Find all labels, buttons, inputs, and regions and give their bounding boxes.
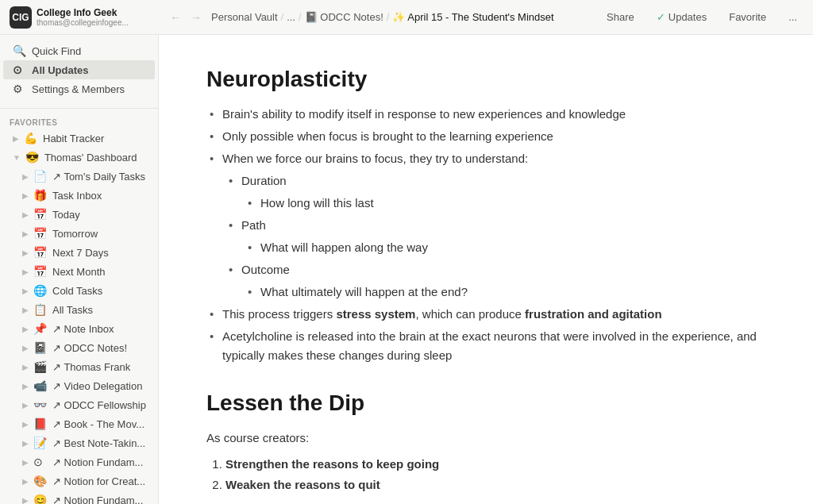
sidebar-item-next-7-days[interactable]: ▶ 📅 Next 7 Days	[3, 243, 155, 262]
daily-tasks-icon: 📄	[33, 170, 48, 183]
app-title: College Info Geek	[37, 7, 129, 18]
sidebar-item-cold-tasks[interactable]: ▶ 🌐 Cold Tasks	[3, 281, 155, 300]
chevron-icon: ▶	[22, 306, 29, 314]
breadcrumb: Personal Vault / ... / 📓 ODCC Notes! / ✨…	[211, 11, 554, 23]
sidebar-item-task-inbox[interactable]: ▶ 🎁 Task Inbox	[3, 186, 155, 205]
sidebar-item-all-updates[interactable]: ⊙ All Updates	[3, 60, 155, 79]
topbar: CIG College Info Geek thomas@collegeinfo…	[0, 0, 813, 35]
more-button[interactable]: ...	[782, 8, 803, 26]
forward-button[interactable]: →	[187, 10, 205, 25]
favorite-button[interactable]: Favorite	[722, 8, 773, 26]
main-layout: 🔍 Quick Find ⊙ All Updates ⚙ Settings & …	[0, 35, 813, 504]
breadcrumb-ellipsis[interactable]: ...	[287, 11, 295, 23]
bullet-item: Brain's ability to modify itself in resp…	[206, 105, 765, 124]
today-icon: 📅	[33, 208, 48, 221]
breadcrumb-current: ✨ April 15 - The Student's Mindset	[392, 11, 553, 23]
bullet-item: When we force our brains to focus, they …	[206, 149, 765, 168]
sidebar-item-best-note-taking[interactable]: ▶ 📝 ↗ Best Note-Takin...	[3, 433, 155, 452]
list-item-strengthen: Strengthen the reasons to keep going	[225, 454, 765, 475]
cold-tasks-icon: 🌐	[33, 284, 48, 297]
neuroplasticity-bullets: Brain's ability to modify itself in resp…	[206, 105, 765, 365]
heading-lessen-dip: Lessen the Dip	[206, 391, 765, 416]
chevron-icon: ▶	[22, 287, 29, 295]
next-7-days-icon: 📅	[33, 246, 48, 259]
chevron-icon: ▶	[22, 267, 29, 276]
chevron-icon: ▶	[22, 363, 29, 371]
section2-ordered-list: Strengthen the reasons to keep going Wea…	[206, 454, 765, 494]
bullet-item: Only possible when focus is brought to t…	[206, 127, 765, 146]
bullet-item-how-long: How long will this last	[245, 194, 765, 213]
notion-creators-icon: 🎨	[33, 475, 48, 487]
logo-icon: CIG	[10, 6, 32, 29]
chevron-icon: ▶	[22, 191, 29, 200]
search-icon: 🔍	[13, 44, 27, 57]
updates-icon: ⊙	[13, 63, 27, 76]
topbar-actions: Share ✓ Updates Favorite ...	[600, 8, 803, 26]
chevron-icon: ▶	[13, 134, 19, 143]
sidebar-item-quick-find[interactable]: 🔍 Quick Find	[3, 41, 155, 60]
page-content: Neuroplasticity Brain's ability to modif…	[159, 35, 813, 504]
chevron-icon: ▶	[22, 172, 29, 181]
sidebar-item-notion-fundamentals-2[interactable]: ▶ 😊 ↗ Notion Fundam...	[3, 491, 155, 504]
dashboard-icon: 😎	[25, 151, 40, 164]
note-taking-icon: 📝	[33, 437, 48, 449]
bullet-item-duration: Duration	[225, 171, 765, 190]
tomorrow-icon: 📅	[33, 227, 48, 240]
sidebar-item-toms-daily-tasks[interactable]: ▶ 📄 ↗ Tom's Daily Tasks	[3, 167, 155, 186]
app-logo: CIG College Info Geek thomas@collegeinfo…	[10, 6, 160, 29]
chevron-icon: ▶	[22, 248, 29, 257]
note-inbox-icon: 📌	[33, 322, 48, 335]
favorites-label: FAVORITES	[0, 112, 158, 129]
next-month-icon: 📅	[33, 265, 48, 278]
chevron-icon: ▶	[22, 325, 29, 333]
sidebar-item-odcc-fellowship[interactable]: ▶ 👓 ↗ ODCC Fellowship	[3, 395, 155, 414]
breadcrumb-odcc[interactable]: 📓 ODCC Notes!	[305, 11, 383, 23]
sidebar-top-section: 🔍 Quick Find ⊙ All Updates ⚙ Settings & …	[0, 35, 158, 105]
chevron-icon: ▶	[22, 496, 29, 505]
check-icon: ✓	[657, 11, 665, 23]
all-tasks-icon: 📋	[33, 303, 48, 316]
sidebar-item-next-month[interactable]: ▶ 📅 Next Month	[3, 262, 155, 281]
sidebar-item-notion-for-creators[interactable]: ▶ 🎨 ↗ Notion for Creat...	[3, 471, 155, 491]
video-delegation-icon: 📹	[33, 379, 48, 392]
chevron-icon: ▶	[22, 477, 29, 486]
app-subtitle: thomas@collegeinfogee...	[37, 18, 129, 27]
habit-tracker-icon: 💪	[24, 132, 38, 144]
bullet-item-what-happen: What will happen along the way	[245, 238, 765, 257]
sidebar-item-tomorrow[interactable]: ▶ 📅 Tomorrow	[3, 224, 155, 243]
sidebar-item-video-delegation[interactable]: ▶ 📹 ↗ Video Delegation	[3, 376, 155, 395]
sidebar-divider	[0, 108, 158, 109]
sidebar-item-note-inbox[interactable]: ▶ 📌 ↗ Note Inbox	[3, 319, 155, 338]
chevron-icon: ▶	[22, 420, 29, 429]
sidebar-item-habit-tracker[interactable]: ▶ 💪 Habit Tracker	[3, 129, 155, 148]
share-button[interactable]: Share	[600, 8, 641, 26]
breadcrumb-personal-vault[interactable]: Personal Vault	[211, 11, 278, 23]
bullet-item-ultimately: What ultimately will happen at the end?	[245, 283, 765, 302]
chevron-icon: ▼	[13, 153, 21, 162]
settings-icon: ⚙	[13, 83, 27, 95]
odcc-notes-icon: 📓	[33, 341, 48, 354]
nav-arrows: ← →	[167, 10, 205, 25]
sidebar-favorites: ▶ 💪 Habit Tracker ▼ 😎 Thomas' Dashboard …	[0, 129, 158, 504]
sidebar-item-notion-fundamentals-1[interactable]: ▶ ⊙ ↗ Notion Fundam...	[3, 452, 155, 471]
updates-button[interactable]: ✓ Updates	[650, 8, 713, 26]
chevron-icon: ▶	[22, 229, 29, 238]
sidebar-item-thomas-dashboard[interactable]: ▼ 😎 Thomas' Dashboard	[3, 148, 155, 167]
odcc-fellowship-icon: 👓	[33, 398, 48, 411]
sidebar-item-thomas-frank[interactable]: ▶ 🎬 ↗ Thomas Frank	[3, 357, 155, 376]
notion-fundam-1-icon: ⊙	[33, 456, 48, 468]
sidebar-item-today[interactable]: ▶ 📅 Today	[3, 205, 155, 224]
sidebar-item-odcc-notes[interactable]: ▶ 📓 ↗ ODCC Notes!	[3, 338, 155, 357]
chevron-icon: ▶	[22, 210, 29, 219]
heading-neuroplasticity: Neuroplasticity	[206, 67, 765, 92]
chevron-icon: ▶	[22, 401, 29, 410]
bullet-item-outcome: Outcome	[225, 260, 765, 279]
back-button[interactable]: ←	[167, 10, 184, 25]
bullet-item-acetylcholine: Acetylcholine is released into the brain…	[206, 327, 765, 365]
chevron-icon: ▶	[22, 458, 29, 467]
sidebar-item-book[interactable]: ▶ 📕 ↗ Book - The Mov...	[3, 414, 155, 433]
list-item-weaken: Weaken the reasons to quit	[225, 475, 765, 495]
sidebar-item-all-tasks[interactable]: ▶ 📋 All Tasks	[3, 300, 155, 319]
sidebar-item-settings[interactable]: ⚙ Settings & Members	[3, 79, 155, 98]
thomas-frank-icon: 🎬	[33, 360, 48, 373]
